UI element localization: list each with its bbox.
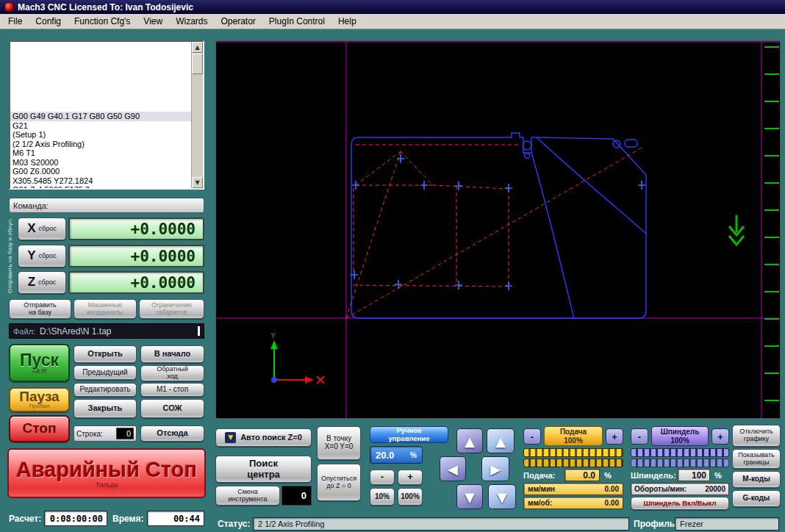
scroll-down-icon[interactable]: ▼ [192,177,203,188]
g-codes-button[interactable]: G-коды [732,490,781,507]
machine-coords-button[interactable]: Машинные координаты [74,299,137,319]
jog-left-icon[interactable]: ◀ [440,456,466,481]
gcode-listing[interactable]: G00 G49 G40.1 G17 G80 G50 G90 G21 (Setup… [9,40,204,190]
feed-decrease-button[interactable]: - [523,428,541,445]
rewind-button[interactable]: В начало [140,345,204,363]
cycle-start-button[interactable]: Пуск Alt-R [9,344,70,382]
feed-override-slider[interactable] [523,448,623,457]
emergency-stop-button[interactable]: Аварийный Стоп Тильда [7,448,206,498]
soft-limits-button[interactable]: Ограничение габаритов [139,299,204,319]
line-number-display[interactable]: 0 [116,428,134,439]
gcode-line[interactable]: X305.5485 Y272.1824 [10,176,203,186]
gcode-line[interactable]: G21 [10,121,203,131]
edit-gcode-button[interactable]: Редактировать [74,383,137,397]
z-dro-display[interactable]: +0.0000 [68,271,204,294]
goto-xy-zero-button[interactable]: В точку X=0 Y=0 [317,426,361,460]
menu-help[interactable]: Help [331,15,363,28]
gcode-lines: G00 G49 G40.1 G17 G80 G50 G90 G21 (Setup… [10,42,203,190]
jog-up-icon[interactable]: ▲ [456,428,483,453]
mm-rev-value: 0.00 [605,499,619,507]
line-number-label: Строка: [76,430,103,438]
scrollbar-track[interactable] [192,74,203,177]
manual-control-button[interactable]: Ручное управление [370,426,448,443]
gcode-line[interactable]: (Setup 1) [10,130,203,140]
feed-mm-min-display: мм/мин 0.00 [523,483,623,495]
previous-line-button[interactable]: Предыдущий [74,365,137,380]
m-codes-button[interactable]: М-коды [732,471,781,488]
spindle-increase-button[interactable]: + [711,428,729,445]
jog-100pct-button[interactable]: 100% [398,488,423,506]
feed-rate-slider[interactable] [523,459,623,467]
manual-line1: Ручное [397,427,422,435]
feed-increase-button[interactable]: + [606,428,623,445]
jog-up-alt-icon[interactable]: ▲ [487,428,515,453]
close-file-button[interactable]: Закрыть [74,399,137,418]
spindle-rpm-display: Обороты/мин: 20000 [631,483,729,495]
soft-limits-line2: габаритов [157,309,187,317]
gcode-scrollbar[interactable]: ▲ ▼ [191,42,203,188]
gcode-line[interactable]: M03 S20000 [10,158,203,168]
goto-xy-line2: X=0 Y=0 [325,443,354,451]
open-file-button[interactable]: Открыть [74,345,137,363]
spindle-label: Шпиндель: [631,469,676,481]
menu-config[interactable]: Config [29,15,68,28]
find-center-line1: Поиск [249,459,278,469]
file-label: Файл: [13,327,35,336]
menu-plugin-control[interactable]: PlugIn Control [262,15,331,28]
y-zero-button[interactable]: Y сброс [18,245,66,267]
spindle-on-off-button[interactable]: Шпиндель Вкл/Выкл [631,497,729,510]
gcode-line[interactable]: (2 1/2 Axis Profiling) [10,140,203,149]
command-label: Команда: [13,201,49,210]
scroll-up-icon[interactable]: ▲ [192,42,203,53]
jog-percent-unit: % [410,451,417,459]
window-title: Mach3 CNC Licensed To: Ivan Todosijevic [18,2,193,12]
scrollbar-thumb[interactable] [192,54,203,74]
x-dro-display[interactable]: +0.0000 [68,218,204,240]
pause-button[interactable]: Пауза Пробел [9,387,70,412]
spindle-speed-slider[interactable] [631,459,729,467]
menu-operator[interactable]: Operator [215,15,262,28]
hide-graphics-line2: графику [744,436,769,443]
title-bar: Mach3 CNC Licensed To: Ivan Todosijevic [0,0,785,14]
y-dro-display[interactable]: +0.0000 [68,245,204,267]
gcode-line-current[interactable]: G00 G49 G40.1 G17 G80 G50 G90 [10,112,203,121]
x-zero-button[interactable]: X сброс [18,218,66,240]
spindle-override-slider[interactable] [631,448,729,457]
gcode-line[interactable]: M6 T1 [10,148,203,158]
zero-all-side-label[interactable]: Отправить на базу и обнул. [5,218,15,294]
app-icon [4,2,14,12]
jog-right-icon[interactable]: ▶ [481,456,509,481]
stop-button[interactable]: Стоп [9,415,70,442]
tool-number-display[interactable]: 0 [282,486,312,506]
coolant-button[interactable]: СОЖ [140,399,204,418]
command-input[interactable]: Команда: [9,198,204,213]
menu-view[interactable]: View [137,15,169,28]
jog-increase-button[interactable]: + [398,470,423,485]
menu-file[interactable]: File [1,15,29,28]
menu-wizards[interactable]: Wizards [169,15,214,28]
run-from-here-button[interactable]: Отсюда [140,425,204,442]
auto-zero-z-button[interactable]: ▼ Авто поиск Z=0 [215,428,312,447]
jog-decrease-button[interactable]: - [370,470,395,485]
jog-down-icon[interactable]: ▼ [456,484,483,509]
show-bounds-button[interactable]: Показывать границы [732,449,781,469]
toolpath-display[interactable]: Y [215,40,781,419]
hide-graphics-button[interactable]: Отключить графику [732,425,781,447]
tool-change-button[interactable]: Смена инструмента [215,486,280,506]
gcode-line[interactable]: G01 Z-4.5000 F175.2 [10,185,203,190]
menu-function-cfgs[interactable]: Function Cfg's [68,15,137,28]
spindle-decrease-button[interactable]: - [631,428,648,445]
find-center-button[interactable]: Поиск центра [215,456,312,483]
goto-home-button[interactable]: Отправить на базу [9,299,71,319]
gcode-line[interactable]: G00 Z6.0000 [10,167,203,176]
y-axis-letter: Y [27,249,35,262]
jog-down-alt-icon[interactable]: ▼ [488,484,516,509]
spindle-title: Шпиндель [661,428,700,436]
m1-stop-button[interactable]: M1 - стоп [140,383,204,397]
lower-to-z0-button[interactable]: Опуститься до Z = 0 [317,464,361,501]
jog-10pct-button[interactable]: 10% [370,488,395,506]
z-zero-button[interactable]: Z сброс [18,271,66,294]
jog-percent-display[interactable]: 20.0 % [370,446,423,464]
down-arrow-icon: ▼ [225,432,236,443]
reverse-run-button[interactable]: Обратный ход [140,365,204,381]
